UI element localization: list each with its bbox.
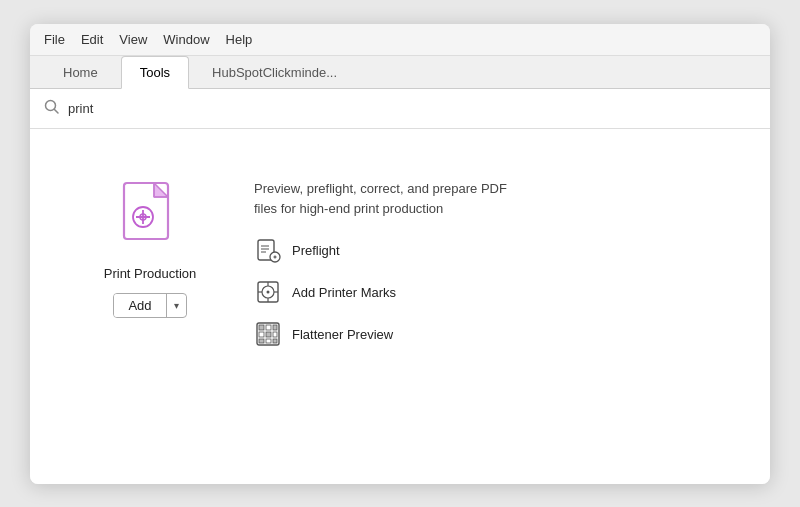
- flattener-label: Flattener Preview: [292, 327, 393, 342]
- add-btn-group: Add ▾: [113, 293, 186, 318]
- result-right: Preview, preflight, correct, and prepare…: [230, 169, 730, 348]
- dropdown-arrow-icon: ▾: [174, 300, 179, 311]
- svg-rect-32: [273, 339, 277, 343]
- add-button[interactable]: Add: [114, 294, 166, 317]
- preflight-label: Preflight: [292, 243, 340, 258]
- svg-rect-30: [259, 339, 264, 343]
- search-icon: [44, 99, 60, 118]
- svg-rect-25: [266, 325, 271, 330]
- result-card: Print Production Add ▾ Preview, prefligh…: [54, 149, 746, 368]
- add-dropdown-button[interactable]: ▾: [167, 296, 186, 315]
- tab-hubspot[interactable]: HubSpotClickminde...: [193, 56, 356, 88]
- tool-description: Preview, preflight, correct, and prepare…: [254, 179, 514, 218]
- tab-home[interactable]: Home: [44, 56, 117, 88]
- tabbar: Home Tools HubSpotClickminde...: [30, 56, 770, 89]
- menubar: File Edit View Window Help: [30, 24, 770, 56]
- main-window: File Edit View Window Help Home Tools Hu…: [30, 24, 770, 484]
- menu-edit[interactable]: Edit: [81, 32, 103, 47]
- printer-marks-icon: [254, 278, 282, 306]
- sub-tool-preflight[interactable]: Preflight: [254, 236, 730, 264]
- tool-icon: [116, 179, 184, 254]
- menu-file[interactable]: File: [44, 32, 65, 47]
- tab-tools[interactable]: Tools: [121, 56, 189, 89]
- sub-tools-list: Preflight: [254, 236, 730, 348]
- svg-rect-31: [266, 339, 271, 343]
- svg-rect-27: [259, 332, 264, 337]
- flattener-icon: [254, 320, 282, 348]
- sub-tool-printer-marks[interactable]: Add Printer Marks: [254, 278, 730, 306]
- svg-rect-26: [273, 325, 277, 330]
- preflight-icon: [254, 236, 282, 264]
- svg-rect-29: [273, 332, 277, 337]
- menu-help[interactable]: Help: [226, 32, 253, 47]
- menu-window[interactable]: Window: [163, 32, 209, 47]
- tool-name: Print Production: [104, 266, 197, 281]
- svg-rect-28: [266, 332, 271, 337]
- sub-tool-flattener[interactable]: Flattener Preview: [254, 320, 730, 348]
- content-area: Print Production Add ▾ Preview, prefligh…: [30, 129, 770, 484]
- svg-line-1: [55, 110, 59, 114]
- searchbar: [30, 89, 770, 129]
- svg-rect-24: [259, 325, 264, 330]
- printer-marks-label: Add Printer Marks: [292, 285, 396, 300]
- menu-view[interactable]: View: [119, 32, 147, 47]
- search-input[interactable]: [68, 101, 756, 116]
- svg-point-22: [267, 291, 270, 294]
- result-left: Print Production Add ▾: [70, 169, 230, 318]
